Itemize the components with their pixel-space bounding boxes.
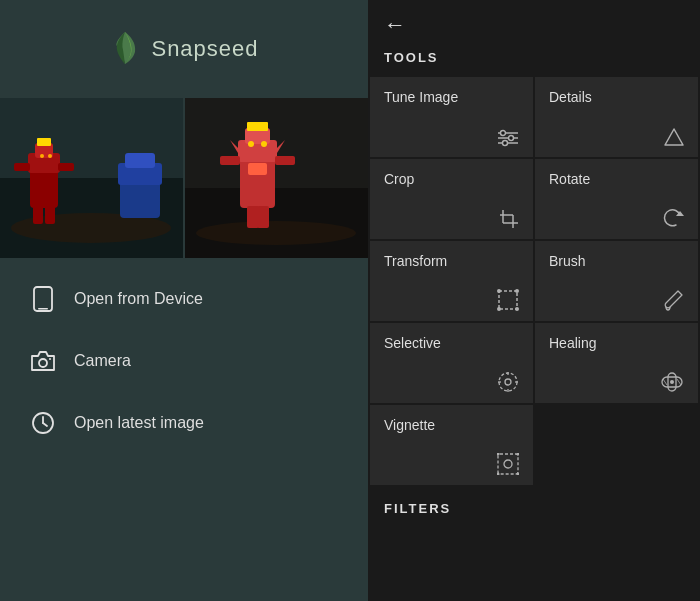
menu-item-camera[interactable]: Camera xyxy=(0,330,368,392)
svg-rect-9 xyxy=(45,206,55,224)
svg-rect-8 xyxy=(33,206,43,224)
tool-vignette[interactable]: Vignette xyxy=(370,405,533,485)
svg-rect-29 xyxy=(248,163,267,175)
svg-rect-32 xyxy=(34,287,52,311)
tool-name-healing: Healing xyxy=(549,335,684,351)
tool-selective[interactable]: Selective xyxy=(370,323,533,403)
svg-rect-13 xyxy=(125,153,155,168)
tools-grid: Tune Image Details xyxy=(368,77,700,485)
svg-point-70 xyxy=(517,453,520,456)
tool-name-details: Details xyxy=(549,89,684,105)
svg-point-52 xyxy=(497,289,501,293)
tool-name-rotate: Rotate xyxy=(549,171,684,187)
svg-point-27 xyxy=(248,141,254,147)
right-panel: ← TOOLS Tune Image Details xyxy=(368,0,700,601)
thumb-left-image xyxy=(0,98,183,258)
svg-marker-45 xyxy=(665,129,683,145)
leaf-icon xyxy=(109,30,141,68)
thumbnails-row xyxy=(0,98,368,258)
sliders-icon xyxy=(384,111,519,147)
tools-section-label: TOOLS xyxy=(368,46,700,77)
svg-rect-67 xyxy=(498,454,518,474)
svg-rect-23 xyxy=(220,156,240,165)
svg-line-66 xyxy=(677,379,681,385)
left-panel: Snapseed xyxy=(0,0,368,601)
svg-point-54 xyxy=(497,307,501,311)
rotate-icon xyxy=(549,189,684,229)
svg-point-43 xyxy=(509,136,514,141)
tool-healing[interactable]: Healing xyxy=(535,323,698,403)
svg-point-56 xyxy=(499,373,517,391)
svg-rect-10 xyxy=(37,138,51,146)
menu-label-camera: Camera xyxy=(74,352,131,370)
svg-point-34 xyxy=(39,359,47,367)
svg-point-35 xyxy=(49,358,51,360)
tool-name-tune: Tune Image xyxy=(384,89,519,105)
svg-point-68 xyxy=(504,460,512,468)
menu-item-open-device[interactable]: Open from Device xyxy=(0,268,368,330)
triangle-icon xyxy=(549,109,684,147)
svg-rect-6 xyxy=(14,163,30,171)
svg-line-38 xyxy=(43,423,47,426)
vignette-icon xyxy=(384,435,519,475)
svg-rect-26 xyxy=(257,206,269,228)
svg-point-53 xyxy=(515,289,519,293)
camera-icon xyxy=(30,348,56,374)
tool-name-selective: Selective xyxy=(384,335,519,351)
tool-crop[interactable]: Crop xyxy=(370,159,533,239)
tool-details[interactable]: Details xyxy=(535,77,698,157)
svg-point-55 xyxy=(515,307,519,311)
healing-icon xyxy=(549,353,684,393)
menu-label-open-latest: Open latest image xyxy=(74,414,204,432)
filters-section-label: FILTERS xyxy=(368,487,700,526)
menu-label-open-device: Open from Device xyxy=(74,290,203,308)
transform-icon xyxy=(384,271,519,311)
svg-point-69 xyxy=(497,453,500,456)
phone-icon xyxy=(30,286,56,312)
tool-rotate[interactable]: Rotate xyxy=(535,159,698,239)
svg-rect-7 xyxy=(58,163,74,171)
menu-item-open-latest[interactable]: Open latest image xyxy=(0,392,368,454)
menu-list: Open from Device Camera Open xyxy=(0,268,368,454)
svg-point-44 xyxy=(503,141,508,146)
thumb-right-image xyxy=(185,98,368,258)
svg-point-18 xyxy=(196,221,356,245)
svg-point-57 xyxy=(505,379,511,385)
svg-point-15 xyxy=(48,154,52,158)
thumbnail-right[interactable] xyxy=(185,98,368,258)
svg-rect-33 xyxy=(38,308,48,310)
tool-name-brush: Brush xyxy=(549,253,684,269)
svg-point-71 xyxy=(497,473,500,476)
svg-point-14 xyxy=(40,154,44,158)
logo-area: Snapseed xyxy=(89,0,278,88)
back-button[interactable]: ← xyxy=(368,0,700,46)
thumbnail-left[interactable] xyxy=(0,98,183,258)
tool-name-vignette: Vignette xyxy=(384,417,519,433)
tool-brush[interactable]: Brush xyxy=(535,241,698,321)
crop-icon xyxy=(384,191,519,229)
tool-tune-image[interactable]: Tune Image xyxy=(370,77,533,157)
tool-name-transform: Transform xyxy=(384,253,519,269)
tool-name-crop: Crop xyxy=(384,171,519,187)
app-name: Snapseed xyxy=(151,36,258,62)
clock-icon xyxy=(30,410,56,436)
tool-transform[interactable]: Transform xyxy=(370,241,533,321)
svg-rect-51 xyxy=(499,291,517,309)
svg-rect-22 xyxy=(247,122,268,131)
svg-point-64 xyxy=(670,380,674,384)
svg-line-65 xyxy=(663,379,667,385)
brush-icon xyxy=(549,271,684,311)
svg-point-42 xyxy=(501,131,506,136)
svg-point-72 xyxy=(517,473,520,476)
svg-rect-24 xyxy=(275,156,295,165)
svg-point-28 xyxy=(261,141,267,147)
selective-icon xyxy=(384,353,519,393)
